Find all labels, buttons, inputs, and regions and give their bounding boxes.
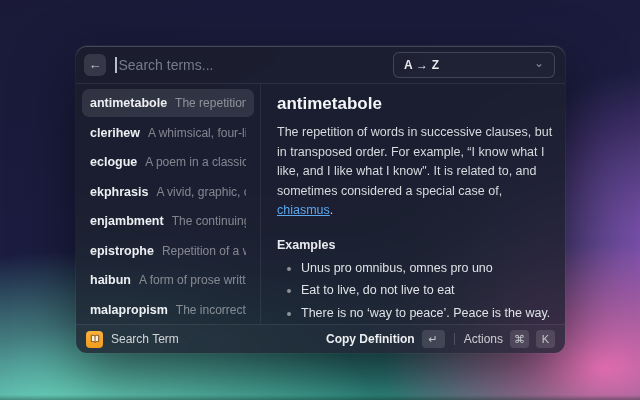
list-item-haibun[interactable]: haibun A form of prose written i... (82, 266, 254, 294)
term-snippet: A form of prose written i... (139, 273, 246, 287)
examples-heading: Examples (277, 238, 553, 252)
open-book-icon (86, 331, 103, 348)
back-arrow-icon: ← (89, 57, 102, 72)
content-area: antimetabole The repetition of... clerih… (76, 84, 565, 324)
definition-text: The repetition of words in successive cl… (277, 123, 553, 221)
term-snippet: The incorrect use... (176, 303, 246, 317)
sort-dropdown[interactable]: A → Z ⌄ (393, 52, 555, 78)
list-item-antimetabole[interactable]: antimetabole The repetition of... (82, 89, 254, 117)
example-item: Eat to live, do not live to eat (301, 283, 553, 297)
list-item-eclogue[interactable]: eclogue A poem in a classical s... (82, 148, 254, 176)
action-bar: Search Term Copy Definition ↵ Actions ⌘ … (76, 324, 565, 353)
term-label: ekphrasis (90, 185, 148, 199)
copy-definition-button[interactable]: Copy Definition (326, 332, 415, 346)
actions-button[interactable]: Actions (464, 332, 503, 346)
term-snippet: The continuing of... (172, 214, 246, 228)
text-caret (115, 57, 117, 73)
term-label: eclogue (90, 155, 137, 169)
example-item: There is no ‘way to peace’. Peace is the… (301, 306, 553, 320)
term-snippet: A poem in a classical s... (145, 155, 246, 169)
list-item-epistrophe[interactable]: epistrophe Repetition of a word... (82, 237, 254, 265)
chiasmus-link[interactable]: chiasmus (277, 203, 330, 217)
k-key-icon: K (536, 330, 555, 348)
examples-list: Unus pro omnibus, omnes pro uno Eat to l… (277, 261, 553, 320)
term-label: clerihew (90, 126, 140, 140)
detail-title: antimetabole (277, 94, 553, 114)
sort-dropdown-value: A → Z (404, 58, 439, 72)
list-item-enjambment[interactable]: enjambment The continuing of... (82, 207, 254, 235)
return-key-icon[interactable]: ↵ (422, 330, 445, 348)
definition-after-link: . (330, 203, 333, 217)
definition-before-link: The repetition of words in successive cl… (277, 125, 552, 198)
terms-list: antimetabole The repetition of... clerih… (76, 84, 261, 324)
term-label: malapropism (90, 303, 168, 317)
back-button[interactable]: ← (84, 54, 106, 76)
term-label: haibun (90, 273, 131, 287)
search-terms-window: ← Search terms... A → Z ⌄ antimetabole T… (76, 46, 565, 353)
chevron-down-icon: ⌄ (534, 57, 544, 69)
list-item-malapropism[interactable]: malapropism The incorrect use... (82, 296, 254, 324)
term-snippet: A vivid, graphic, or d... (156, 185, 246, 199)
term-snippet: Repetition of a word... (162, 244, 246, 258)
list-item-clerihew[interactable]: clerihew A whimsical, four-line... (82, 119, 254, 147)
list-item-ekphrasis[interactable]: ekphrasis A vivid, graphic, or d... (82, 178, 254, 206)
footer-divider (454, 333, 455, 345)
term-snippet: A whimsical, four-line... (148, 126, 246, 140)
command-key-icon: ⌘ (510, 330, 529, 348)
term-snippet: The repetition of... (175, 96, 246, 110)
footer-actions: Copy Definition ↵ Actions ⌘ K (326, 330, 555, 348)
example-item: Unus pro omnibus, omnes pro uno (301, 261, 553, 275)
detail-panel: antimetabole The repetition of words in … (261, 84, 565, 324)
term-label: enjambment (90, 214, 164, 228)
desktop-bottom-shade (0, 395, 640, 400)
search-input[interactable]: Search terms... (119, 57, 394, 73)
search-header: ← Search terms... A → Z ⌄ (76, 46, 565, 84)
term-label: epistrophe (90, 244, 154, 258)
app-label: Search Term (111, 332, 179, 346)
term-label: antimetabole (90, 96, 167, 110)
